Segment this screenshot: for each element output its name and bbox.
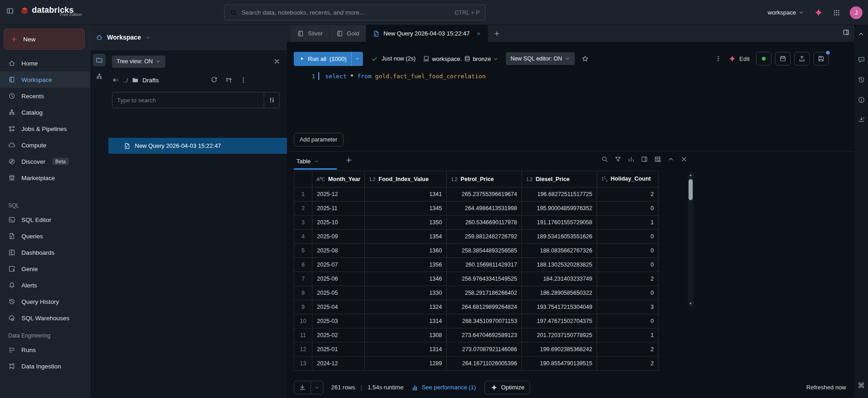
layout-panel-icon[interactable] [842, 29, 850, 36]
cell-holiday_count[interactable]: 1 [597, 328, 659, 343]
cell-month_year[interactable]: 2025-07 [312, 258, 365, 272]
sidebar-item-data-ingestion[interactable]: Data Ingestion [0, 358, 90, 374]
cell-diesel_price[interactable]: 184.231403233749 [522, 272, 597, 286]
workspace-files-button[interactable] [93, 54, 106, 66]
results-tab-table[interactable]: Table [294, 155, 322, 167]
tree-search-input[interactable] [112, 97, 264, 104]
cell-food_index_value[interactable]: 1350 [365, 216, 447, 230]
row-number[interactable]: 2 [294, 202, 312, 216]
status-indicator-button[interactable] [756, 52, 771, 65]
collapse-results-icon[interactable] [667, 156, 674, 163]
results-search-icon[interactable] [601, 156, 608, 163]
cell-month_year[interactable]: 2025-03 [312, 314, 365, 328]
cell-diesel_price[interactable]: 197.47671502704375 [522, 314, 597, 328]
sql-code-editor[interactable]: 1 select * from gold.fact_fuel_food_corr… [287, 71, 854, 130]
cell-month_year[interactable]: 2024-12 [312, 357, 365, 371]
new-tab-button[interactable] [488, 25, 505, 42]
global-search-input[interactable] [241, 9, 450, 16]
cell-holiday_count[interactable]: 0 [597, 202, 659, 216]
sidebar-item-recents[interactable]: Recents [0, 88, 90, 104]
close-tab-icon[interactable] [476, 31, 481, 36]
cell-month_year[interactable]: 2025-12 [312, 187, 365, 202]
row-number[interactable]: 10 [294, 314, 312, 328]
tree-view-toggle[interactable]: Tree view: ON [112, 55, 165, 68]
cell-month_year[interactable]: 2025-06 [312, 272, 365, 286]
row-number[interactable]: 8 [294, 286, 312, 300]
cell-petrol_price[interactable]: 273.07087921146086 [447, 343, 522, 357]
editor-tab-new-query-2026-04-03-15-22-47[interactable]: New Query 2026-04-03 15:22:47 [366, 25, 488, 42]
sidebar-item-genie[interactable]: Genie [0, 261, 90, 277]
row-number[interactable]: 1 [294, 187, 312, 202]
cell-petrol_price[interactable]: 264.68129899264824 [447, 300, 522, 314]
row-number[interactable]: 7 [294, 272, 312, 286]
table-settings-icon[interactable] [654, 156, 661, 163]
environment-icon[interactable] [858, 116, 865, 124]
workspace-panel-header[interactable]: Workspace [90, 25, 287, 50]
column-header-food_index_value[interactable]: 1.2Food_Index_Value [365, 171, 447, 187]
cell-month_year[interactable]: 2025-02 [312, 328, 365, 343]
row-number[interactable]: 11 [294, 328, 312, 343]
editor-tab-gold[interactable]: Gold [330, 25, 366, 42]
cell-diesel_price[interactable]: 193.75417215304049 [522, 300, 597, 314]
filter-icon[interactable] [614, 156, 622, 163]
cell-holiday_count[interactable]: 0 [597, 314, 659, 328]
kebab-menu-icon[interactable] [240, 76, 247, 84]
cell-diesel_price[interactable]: 199.6902385368242 [522, 343, 597, 357]
cell-petrol_price[interactable]: 258.38544893256585 [447, 244, 522, 258]
cell-diesel_price[interactable]: 196.68272511517725 [522, 187, 597, 202]
compute-catalog-selector[interactable]: workspace. bronze [423, 55, 499, 62]
new-sql-editor-toggle[interactable]: New SQL editor: ON [506, 52, 575, 65]
current-folder-label[interactable]: Drafts [143, 77, 159, 84]
close-panel-icon[interactable] [273, 58, 281, 65]
cell-food_index_value[interactable]: 1346 [365, 272, 447, 286]
scroll-down-arrow[interactable]: ▼ [688, 302, 694, 306]
catalog-browser-button[interactable] [93, 70, 106, 83]
see-performance-link[interactable]: See performance (1) [411, 384, 476, 391]
info-icon[interactable] [858, 96, 865, 104]
new-button[interactable]: New [4, 29, 85, 50]
cell-month_year[interactable]: 2025-09 [312, 230, 365, 244]
cell-month_year[interactable]: 2025-11 [312, 202, 365, 216]
cell-holiday_count[interactable]: 0 [597, 230, 659, 244]
tree-filter-button[interactable] [264, 92, 279, 108]
cell-petrol_price[interactable]: 264.4986413531998 [447, 202, 522, 216]
cell-food_index_value[interactable]: 1289 [365, 357, 447, 371]
data-profile-icon[interactable] [628, 156, 635, 163]
sidebar-item-alerts[interactable]: Alerts [0, 277, 90, 293]
cell-food_index_value[interactable]: 1360 [365, 244, 447, 258]
cell-holiday_count[interactable]: 3 [597, 300, 659, 314]
cell-holiday_count[interactable]: 0 [597, 286, 659, 300]
share-button[interactable] [794, 52, 810, 65]
chevron-down-icon[interactable] [355, 56, 360, 61]
download-button[interactable] [294, 381, 323, 394]
cell-food_index_value[interactable]: 1314 [365, 343, 447, 357]
cell-petrol_price[interactable]: 260.5346690117978 [447, 216, 522, 230]
cell-diesel_price[interactable]: 201.72037150778925 [522, 328, 597, 343]
cell-month_year[interactable]: 2025-10 [312, 216, 365, 230]
cell-petrol_price[interactable]: 258.2917186266402 [447, 286, 522, 300]
cell-food_index_value[interactable]: 1324 [365, 300, 447, 314]
sidebar-item-compute[interactable]: Compute [0, 137, 90, 153]
row-number[interactable]: 9 [294, 300, 312, 314]
column-header-month_year[interactable]: ABCMonth_Year [312, 171, 365, 187]
breadcrumb-parent[interactable]: ../ [123, 77, 128, 84]
cell-petrol_price[interactable]: 265.23755396619674 [447, 187, 522, 202]
kebab-menu-icon[interactable] [715, 55, 722, 62]
cell-food_index_value[interactable]: 1314 [365, 314, 447, 328]
sidebar-item-runs[interactable]: Runs [0, 342, 90, 358]
chevron-down-icon[interactable] [145, 35, 151, 40]
cell-petrol_price[interactable]: 259.8812482726792 [447, 230, 522, 244]
scrollbar-thumb[interactable] [689, 179, 693, 200]
sidebar-item-home[interactable]: Home [0, 55, 90, 71]
cell-food_index_value[interactable]: 1356 [365, 258, 447, 272]
row-number[interactable]: 4 [294, 230, 312, 244]
row-number[interactable]: 13 [294, 357, 312, 371]
results-scrollbar[interactable]: ▲ ▼ [688, 172, 694, 307]
sidebar-item-jobs-pipelines[interactable]: Jobs & Pipelines [0, 121, 90, 137]
cell-petrol_price[interactable]: 264.16711026005396 [447, 357, 522, 371]
sidebar-item-discover[interactable]: DiscoverBeta [0, 153, 90, 170]
sidebar-item-queries[interactable]: Queries [0, 228, 90, 244]
optimize-button[interactable]: Optimize [485, 381, 530, 394]
add-visualization-icon[interactable] [345, 156, 352, 164]
back-arrow-icon[interactable] [112, 76, 119, 84]
